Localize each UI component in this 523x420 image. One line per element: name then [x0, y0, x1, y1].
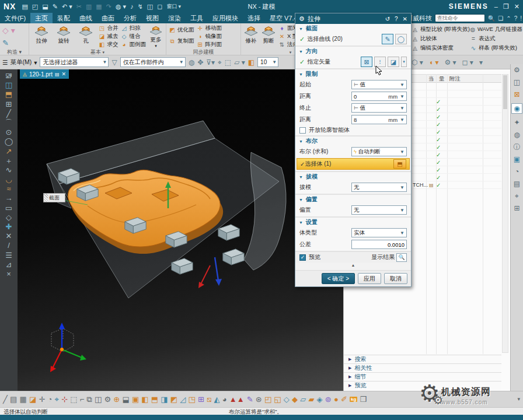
snap-funnel-icon[interactable]: ⊽▾ [206, 58, 215, 66]
section-mini-toolbar[interactable]: 截面 [43, 193, 65, 202]
bottom-tool-icon[interactable]: ◕ [222, 396, 227, 403]
bottom-tool-icon[interactable]: ⊹ [61, 396, 68, 403]
bottom-tool-icon[interactable]: ◭ [214, 396, 220, 403]
snap-axis-icon[interactable]: ⌖ [218, 58, 222, 66]
vector-crossbox-icon[interactable]: ⊠ [361, 57, 372, 67]
chevron-down-icon[interactable]: ▼ [299, 198, 303, 202]
section-search[interactable]: ▶搜索 [344, 355, 501, 363]
arrow-curve-icon[interactable]: → [5, 194, 13, 202]
pattern-face-button[interactable]: ⊞阵列面 [197, 41, 222, 48]
distance2-field[interactable]: 8mm▼ [351, 115, 407, 124]
history-icon[interactable]: ◔ [515, 168, 519, 175]
end-combo[interactable]: ⊢值▼ [351, 103, 407, 113]
fullscreen-icon[interactable]: ❏ [498, 15, 503, 22]
chevron-down-icon[interactable]: ▼ [299, 220, 303, 225]
bottom-tool-icon[interactable]: ◩ [170, 396, 177, 403]
copy-face-button[interactable]: ⧉复制面 [169, 37, 194, 45]
tab-assembly[interactable]: 装配 [53, 13, 75, 23]
bottom-tool-icon[interactable]: ✛ [39, 396, 45, 403]
part-tab[interactable]: ◬ 120-1.prt ▤ ✕ [20, 69, 69, 79]
open-profile-checkbox[interactable] [299, 127, 306, 134]
kg-unit-icon[interactable]: kg [350, 397, 357, 402]
tab-view[interactable]: 视图 [141, 13, 163, 23]
draft-combo[interactable]: 无▼ [351, 183, 407, 192]
tab-application[interactable]: 应用模块 [208, 13, 243, 23]
face-blend-button[interactable]: ◕面倒圆 [121, 41, 147, 48]
intersect-button[interactable]: ◧求交 [99, 41, 118, 48]
roles-icon[interactable]: ⊞ [514, 205, 519, 212]
bottom-tool-icon[interactable]: ⊛ [256, 396, 262, 403]
basic-more-button[interactable]: 更多▾ [148, 24, 163, 48]
slash-tool-icon[interactable]: / [8, 242, 10, 249]
reuse-library-icon[interactable]: ✦ [514, 119, 519, 126]
spline-tool-icon[interactable]: ∿ [6, 166, 12, 174]
bottom-tool-icon[interactable]: ◇ [284, 396, 290, 403]
command-finder-icon[interactable]: ♪ [130, 3, 134, 10]
view-face-icon[interactable]: ◖ ▾ [429, 58, 439, 66]
filter-icon[interactable]: ▽ [111, 58, 117, 66]
window-cascade-icon[interactable]: ◫ [147, 3, 153, 10]
tab-render[interactable]: 渲染 [163, 13, 186, 23]
col-comment[interactable]: 附注 [449, 75, 461, 83]
ellipse-tool-icon[interactable]: ◯ [5, 138, 13, 145]
vector-dropdown-icon[interactable]: ▾ [401, 57, 407, 67]
snap-sphere-icon[interactable]: ◍ [189, 58, 194, 66]
arrow-blue[interactable] [215, 257, 218, 281]
tab-analysis[interactable]: 分析 [119, 13, 141, 23]
bottom-tool-icon[interactable]: ▦ [20, 396, 27, 403]
repeat-command-icon[interactable]: ◍ ▾ [116, 3, 126, 10]
constraint-navigator-icon[interactable]: ⊠ [514, 91, 519, 98]
bottom-tool-icon[interactable]: ◱ [274, 396, 281, 403]
curve-rule-icon[interactable]: ✎ [382, 34, 393, 44]
system-materials-icon[interactable]: ▤ [514, 180, 520, 187]
wave-curve-icon[interactable]: ≈ [6, 185, 11, 192]
window-icon[interactable]: ◻ [157, 3, 162, 10]
section-dependencies[interactable]: ▶相关性 [344, 363, 501, 372]
tab-tools[interactable]: 工具 [186, 13, 208, 23]
bottom-tool-icon[interactable]: ◳ [188, 396, 195, 403]
maximize-button[interactable]: ❒ [503, 3, 509, 10]
save-icon[interactable]: ⬓ [42, 3, 48, 10]
chevron-down-icon[interactable]: ▼ [299, 50, 303, 54]
bottom-tool-icon[interactable]: ⬓ [122, 396, 129, 403]
chevron-down-icon[interactable]: ▼ [299, 27, 303, 31]
grid-size-combo[interactable]: 10▼ [257, 57, 278, 67]
bottom-tool-icon[interactable]: ◰ [264, 396, 271, 403]
snap-plane-icon[interactable]: ▱ ▾ [234, 58, 245, 66]
view-window-icon[interactable]: ◻ ▾ [462, 58, 473, 66]
sketch-icon[interactable]: ◇ ▾ [2, 26, 15, 35]
bottom-tool-icon[interactable]: ◆ [292, 396, 298, 403]
ok-button[interactable]: < 确定 > [322, 273, 355, 284]
col-quantity[interactable]: 量 [439, 75, 445, 83]
sweep-button[interactable]: ◿扫掠 [121, 24, 147, 32]
bottom-tool-icon[interactable]: ◈ [317, 396, 323, 403]
search-icon[interactable]: 🔍 [488, 15, 495, 22]
chevron-down-icon[interactable]: ▼ [299, 139, 303, 144]
bottom-tool-icon[interactable]: ▤ [10, 396, 17, 403]
open-profile-row[interactable]: 开放轮廓智能体 [295, 125, 411, 135]
minimize-ribbon-icon[interactable]: ⌃ [506, 15, 511, 22]
unite-button[interactable]: ◳合并 [99, 24, 118, 32]
patch-button[interactable]: 修补 [243, 24, 259, 48]
point-line-icon[interactable]: ↗ [6, 148, 12, 155]
specify-vector-row[interactable]: ✓ 指定矢量 ⊠ ⁝ ◪ ▾ [295, 56, 411, 68]
bottom-tool-icon[interactable]: ❒ [360, 396, 367, 403]
tab-select[interactable]: 选择 [243, 13, 265, 23]
optimize-face-button[interactable]: ◩优化面 [169, 26, 194, 34]
close-button[interactable]: ✕ [514, 3, 519, 10]
bottom-tool-icon[interactable]: ⌐ [80, 396, 85, 403]
bottom-tool-icon[interactable]: ⊚ [325, 396, 332, 403]
bottom-tool-icon[interactable]: ⌖ [55, 396, 59, 403]
window-menu[interactable]: 窗口 ▾ [166, 3, 181, 10]
bottom-tool-icon[interactable]: ◔ [48, 396, 53, 403]
view-more-icon[interactable]: ▾ [479, 58, 483, 66]
part-tab-close-icon[interactable]: ✕ [62, 71, 67, 77]
navigator-scrollbar[interactable] [502, 74, 508, 353]
move-face-button[interactable]: ✛移动面 [197, 24, 222, 32]
dialog-close-icon[interactable]: ✕ [403, 16, 407, 22]
selection-filter-combo[interactable]: 无选择过滤器▼ [40, 57, 109, 67]
triangle-tool-icon[interactable]: ⊿ [6, 261, 12, 268]
save-as-icon[interactable]: ✎ [53, 3, 58, 10]
start-combo[interactable]: ⊢值▼ [351, 80, 407, 89]
compare-body-button[interactable]: ◬比较体 [412, 34, 470, 43]
